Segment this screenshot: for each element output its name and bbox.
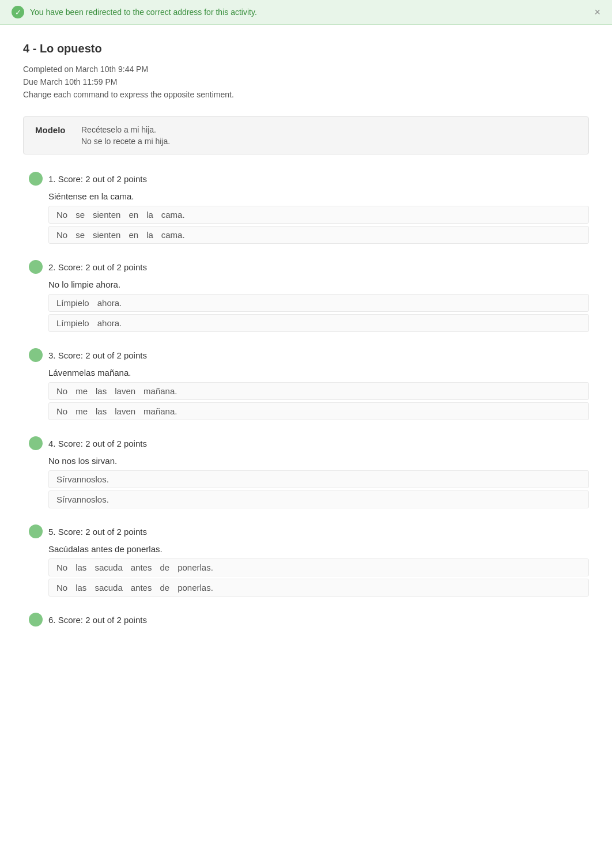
score-label-4: 4. Score: 2 out of 2 points <box>48 439 147 448</box>
answer-word: Límpielo <box>55 318 91 329</box>
score-label-3: 3. Score: 2 out of 2 points <box>48 350 147 360</box>
question-block-1: 1. Score: 2 out of 2 pointsSiéntense en … <box>23 172 589 244</box>
answer-word: cama. <box>160 229 187 240</box>
answer-word: las <box>74 562 88 573</box>
instructions: Change each command to express the oppos… <box>23 90 589 99</box>
score-label-5: 5. Score: 2 out of 2 points <box>48 527 147 537</box>
answer-word: cama. <box>160 209 187 220</box>
question-header-3: 3. Score: 2 out of 2 points <box>29 348 589 362</box>
question-prompt-2: No lo limpie ahora. <box>48 280 589 289</box>
answer-word: sienten <box>91 209 122 220</box>
score-label-6: 6. Score: 2 out of 2 points <box>48 615 147 625</box>
banner-content: You have been redirected to the correct … <box>12 6 257 18</box>
answer-word: mañana. <box>142 386 179 397</box>
score-icon-2 <box>29 260 43 274</box>
close-button[interactable]: × <box>594 7 600 17</box>
answer-word: sacuda <box>93 562 124 573</box>
answer-word: Límpielo <box>55 297 91 308</box>
answer-word: mañana. <box>142 406 179 417</box>
modelo-lines: Recéteselo a mi hija. No se lo recete a … <box>81 125 170 146</box>
answer-word: antes <box>129 582 154 593</box>
modelo-line-1: Recéteselo a mi hija. <box>81 125 170 134</box>
score-label-1: 1. Score: 2 out of 2 points <box>48 174 147 184</box>
question-header-2: 2. Score: 2 out of 2 points <box>29 260 589 274</box>
question-header-6: 6. Score: 2 out of 2 points <box>29 613 589 627</box>
question-block-3: 3. Score: 2 out of 2 pointsLávenmelas ma… <box>23 348 589 420</box>
question-header-1: 1. Score: 2 out of 2 points <box>29 172 589 186</box>
user-answer-5: Nolassacudaantesdeponerlas. <box>48 558 589 576</box>
score-icon-5 <box>29 524 43 538</box>
question-block-5: 5. Score: 2 out of 2 pointsSacúdalas ant… <box>23 524 589 597</box>
user-answer-2: Límpieloahora. <box>48 294 589 312</box>
answer-word: sienten <box>91 229 122 240</box>
answer-word: me <box>74 386 89 397</box>
answer-word: No <box>55 386 69 397</box>
answer-word: de <box>158 582 171 593</box>
question-header-4: 4. Score: 2 out of 2 points <box>29 436 589 450</box>
answer-word: No <box>55 209 69 220</box>
score-icon-3 <box>29 348 43 362</box>
answer-word: en <box>127 209 140 220</box>
question-header-5: 5. Score: 2 out of 2 points <box>29 524 589 538</box>
answer-word: la <box>145 229 155 240</box>
answer-word: No <box>55 406 69 417</box>
answer-word: laven <box>113 406 137 417</box>
correct-answer-3: Nomelaslavenmañana. <box>48 402 589 420</box>
question-block-2: 2. Score: 2 out of 2 pointsNo lo limpie … <box>23 260 589 332</box>
questions-container: 1. Score: 2 out of 2 pointsSiéntense en … <box>23 172 589 627</box>
correct-answer-4: Sírvannoslos. <box>48 490 589 508</box>
page-title: 4 - Lo opuesto <box>23 42 589 55</box>
modelo-line-2: No se lo recete a mi hija. <box>81 137 170 146</box>
question-block-4: 4. Score: 2 out of 2 pointsNo nos los si… <box>23 436 589 508</box>
question-prompt-5: Sacúdalas antes de ponerlas. <box>48 544 589 554</box>
user-answer-4: Sírvannoslos. <box>48 470 589 488</box>
score-icon-4 <box>29 436 43 450</box>
answer-word: Sírvannoslos. <box>55 474 111 485</box>
correct-answer-5: Nolassacudaantesdeponerlas. <box>48 579 589 597</box>
answer-word: sacuda <box>93 582 124 593</box>
redirect-banner: You have been redirected to the correct … <box>0 0 612 25</box>
user-answer-3: Nomelaslavenmañana. <box>48 382 589 400</box>
answer-word: la <box>145 209 155 220</box>
modelo-label: Modelo <box>35 125 70 135</box>
question-prompt-3: Lávenmelas mañana. <box>48 368 589 378</box>
user-answer-1: Nosesientenenlacama. <box>48 206 589 224</box>
question-prompt-4: No nos los sirvan. <box>48 456 589 466</box>
answer-word: en <box>127 229 140 240</box>
answer-word: No <box>55 582 69 593</box>
answer-word: de <box>158 562 171 573</box>
score-icon-1 <box>29 172 43 186</box>
completed-date: Completed on March 10th 9:44 PM <box>23 65 589 74</box>
answer-word: las <box>74 582 88 593</box>
question-block-6: 6. Score: 2 out of 2 points <box>23 613 589 627</box>
correct-answer-2: Límpieloahora. <box>48 314 589 332</box>
main-content: 4 - Lo opuesto Completed on March 10th 9… <box>0 25 612 660</box>
answer-word: me <box>74 406 89 417</box>
banner-text: You have been redirected to the correct … <box>30 7 257 17</box>
answer-word: se <box>74 209 86 220</box>
answer-word: las <box>94 386 108 397</box>
correct-answer-1: Nosesientenenlacama. <box>48 226 589 244</box>
answer-word: las <box>94 406 108 417</box>
answer-word: se <box>74 229 86 240</box>
answer-word: ahora. <box>96 318 124 329</box>
banner-check-icon <box>12 6 24 18</box>
answer-word: laven <box>113 386 137 397</box>
score-label-2: 2. Score: 2 out of 2 points <box>48 262 147 272</box>
answer-word: No <box>55 562 69 573</box>
answer-word: ponerlas. <box>176 582 215 593</box>
question-prompt-1: Siéntense en la cama. <box>48 191 589 201</box>
score-icon-6 <box>29 613 43 627</box>
answer-word: antes <box>129 562 154 573</box>
modelo-box: Modelo Recéteselo a mi hija. No se lo re… <box>23 116 589 154</box>
answer-word: ponerlas. <box>176 562 215 573</box>
answer-word: No <box>55 229 69 240</box>
answer-word: Sírvannoslos. <box>55 494 111 505</box>
due-date: Due March 10th 11:59 PM <box>23 77 589 86</box>
answer-word: ahora. <box>96 297 124 308</box>
